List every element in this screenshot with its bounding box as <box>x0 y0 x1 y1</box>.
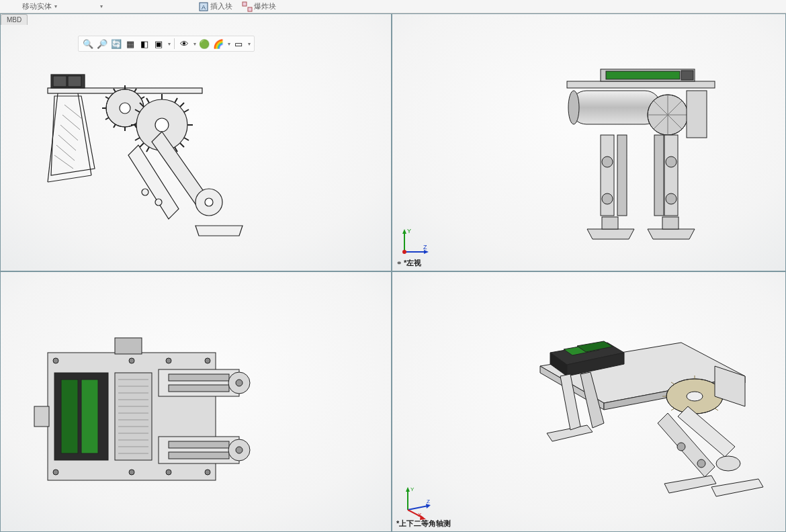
svg-line-11 <box>64 105 81 118</box>
svg-rect-58 <box>570 91 661 124</box>
svg-line-14 <box>58 135 76 150</box>
viewport-top-right[interactable]: Y Z ⚭ *左视 <box>392 13 786 271</box>
chevron-down-icon: ▾ <box>54 3 57 9</box>
svg-line-42 <box>135 138 140 140</box>
svg-line-141 <box>671 408 674 410</box>
svg-rect-115 <box>169 452 229 459</box>
explode-block-button[interactable]: 爆炸块 <box>240 1 278 13</box>
svg-rect-96 <box>81 380 98 453</box>
svg-line-38 <box>184 138 189 140</box>
svg-point-59 <box>568 91 579 124</box>
svg-marker-78 <box>402 229 406 234</box>
insert-block-icon: A <box>198 1 209 12</box>
zoom-fit-icon[interactable]: 🔍 <box>82 38 94 50</box>
svg-point-86 <box>205 358 210 363</box>
viewport-label-text: *左视 <box>404 258 421 268</box>
viewport-bottom-left[interactable] <box>0 271 392 532</box>
svg-point-73 <box>602 193 613 204</box>
chevron-down-icon[interactable]: ▾ <box>193 41 196 47</box>
svg-line-48 <box>180 143 184 147</box>
svg-point-18 <box>120 103 130 114</box>
section-view-icon[interactable]: ▦ <box>124 38 136 50</box>
viewport-grid: MBD 🔍 🔎 🔄 ▦ ◧ ▣ ▾ 👁 ▾ 🟢 🌈 ▾ ▭ ▾ <box>0 13 786 532</box>
svg-text:Y: Y <box>407 228 411 234</box>
svg-rect-6 <box>53 76 67 87</box>
svg-rect-75 <box>602 217 618 229</box>
svg-point-33 <box>155 118 169 132</box>
svg-point-134 <box>687 392 703 401</box>
svg-line-28 <box>105 118 109 120</box>
top-toolbar: 移动实体 ▾ ▾ A 插入块 爆炸块 <box>0 0 786 13</box>
svg-rect-54 <box>567 81 715 88</box>
svg-rect-110 <box>159 369 239 396</box>
svg-line-27 <box>114 124 116 128</box>
link-icon: ⚭ <box>396 259 402 267</box>
svg-line-35 <box>175 98 177 103</box>
svg-text:Y: Y <box>410 486 414 492</box>
viewport-top-left[interactable]: MBD 🔍 🔎 🔄 ▦ ◧ ▣ ▾ 👁 ▾ 🟢 🌈 ▾ ▭ ▾ <box>0 13 392 271</box>
svg-point-74 <box>666 193 676 204</box>
edit-appearance-icon[interactable]: 🟢 <box>198 38 210 50</box>
svg-marker-155 <box>426 504 431 508</box>
svg-rect-2 <box>243 2 247 6</box>
svg-rect-111 <box>159 437 239 463</box>
explode-block-label: 爆炸块 <box>254 1 276 11</box>
svg-marker-147 <box>664 476 716 493</box>
svg-line-49 <box>140 143 144 147</box>
chevron-down-icon[interactable]: ▾ <box>168 41 171 47</box>
svg-line-45 <box>146 98 149 103</box>
cube-view-icon[interactable]: ▣ <box>152 38 165 50</box>
apply-scene-icon[interactable]: 🌈 <box>212 38 224 50</box>
svg-rect-70 <box>654 135 664 216</box>
svg-rect-66 <box>687 91 707 138</box>
svg-text:Z: Z <box>427 498 430 504</box>
move-body-button[interactable]: 移动实体 ▾ <box>20 1 59 13</box>
svg-point-149 <box>697 459 705 468</box>
model-isometric-view <box>513 312 769 514</box>
svg-point-145 <box>716 456 740 471</box>
svg-point-51 <box>205 198 213 206</box>
prev-view-icon[interactable]: 🔄 <box>110 38 122 50</box>
svg-point-118 <box>236 380 243 386</box>
svg-point-83 <box>402 250 406 254</box>
svg-line-142 <box>715 408 718 410</box>
svg-rect-112 <box>169 374 229 381</box>
svg-rect-120 <box>34 406 49 427</box>
svg-text:A: A <box>202 4 206 11</box>
svg-point-52 <box>142 189 148 195</box>
svg-point-91 <box>166 358 171 363</box>
svg-text:Z: Z <box>423 244 427 251</box>
viewport-label-text: *上下二等角轴测 <box>396 519 451 529</box>
svg-line-46 <box>180 103 184 107</box>
svg-rect-68 <box>617 135 627 216</box>
insert-block-button[interactable]: A 插入块 <box>196 1 234 13</box>
mbd-tab[interactable]: MBD <box>1 14 28 25</box>
svg-point-87 <box>53 470 58 475</box>
chevron-down-icon[interactable]: ▾ <box>228 41 230 47</box>
svg-line-154 <box>408 506 428 510</box>
svg-point-88 <box>205 470 210 475</box>
model-top-view <box>34 332 263 500</box>
toolbar-placeholder-1[interactable]: ▾ <box>97 1 105 13</box>
model-left-view <box>554 61 728 249</box>
axis-triad-3d: Y Z X <box>398 483 431 517</box>
display-style-icon[interactable]: ◧ <box>138 38 150 50</box>
svg-rect-113 <box>169 385 229 392</box>
svg-point-72 <box>666 157 676 167</box>
svg-point-148 <box>677 443 685 451</box>
move-body-label: 移动实体 <box>22 1 52 11</box>
svg-line-36 <box>184 109 189 112</box>
svg-rect-57 <box>681 71 693 80</box>
chevron-down-icon[interactable]: ▾ <box>248 41 251 47</box>
svg-rect-7 <box>68 76 81 87</box>
hide-show-icon[interactable]: 👁 <box>178 38 190 50</box>
svg-text:X: X <box>418 512 422 518</box>
svg-point-92 <box>166 470 171 475</box>
svg-rect-3 <box>248 7 252 11</box>
svg-line-10 <box>48 175 91 182</box>
zoom-area-icon[interactable]: 🔎 <box>96 38 108 50</box>
viewport-bottom-right[interactable]: Y Z X *上下二等角轴测 <box>392 271 786 532</box>
view-settings-icon[interactable]: ▭ <box>232 38 245 50</box>
svg-rect-95 <box>61 380 78 453</box>
explode-block-icon <box>242 1 253 12</box>
